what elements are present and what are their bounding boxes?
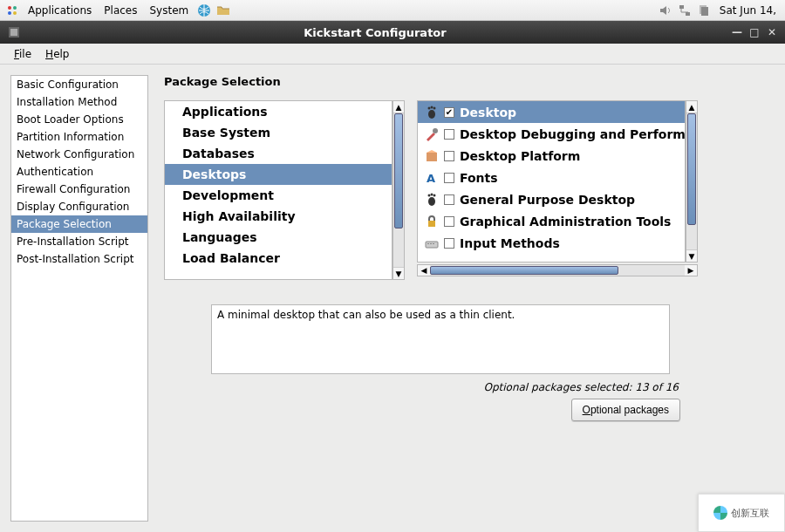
keyboard-icon [425,236,439,250]
svg-rect-25 [430,243,432,244]
sidebar-item-installation-method[interactable]: Installation Method [11,93,147,111]
package-graphical-admin[interactable]: Graphical Administration Tools [418,210,685,232]
package-desktop[interactable]: Desktop [418,101,685,123]
package-checkbox[interactable] [444,194,454,205]
package-label: General Purpose Desktop [460,193,635,207]
window-titlebar[interactable]: Kickstart Configurator — □ ✕ [0,21,785,44]
svg-rect-22 [428,221,435,227]
scroll-left-icon[interactable]: ◀ [418,265,430,276]
category-languages[interactable]: Languages [165,227,392,248]
svg-rect-6 [686,12,690,16]
package-desktop-debugging[interactable]: Desktop Debugging and Performa [418,123,685,145]
package-desktop-platform[interactable]: Desktop Platform [418,145,685,167]
svg-point-20 [431,193,433,195]
package-checkbox[interactable] [444,151,454,161]
scroll-right-icon[interactable]: ▶ [685,265,697,276]
gnome-foot-icon [425,106,439,119]
panel-system[interactable]: System [144,4,194,17]
maximize-button[interactable]: □ [747,26,762,38]
category-load-balancer[interactable]: Load Balancer [165,248,392,269]
panel-places[interactable]: Places [99,4,142,17]
svg-point-21 [433,194,436,196]
svg-rect-8 [701,7,708,16]
menu-help[interactable]: Help [38,46,76,62]
package-label: Desktop Platform [460,149,580,163]
sidebar-item-boot-loader-options[interactable]: Boot Loader Options [11,111,147,128]
svg-rect-5 [679,5,684,9]
minimize-button[interactable]: — [729,26,745,38]
package-vscrollbar[interactable]: ▲ ▼ [686,100,698,263]
close-button[interactable]: ✕ [764,26,780,38]
package-fonts[interactable]: A Fonts [418,167,685,188]
scroll-up-icon[interactable]: ▲ [686,101,697,113]
sidebar-item-display-configuration[interactable]: Display Configuration [11,198,147,215]
svg-point-18 [428,197,435,206]
svg-rect-24 [427,243,429,244]
svg-rect-23 [426,242,438,248]
package-checkbox[interactable] [444,173,454,183]
optional-count-label: Optional packages selected: 13 of 16 [164,381,775,393]
sidebar-item-basic-configuration[interactable]: Basic Configuration [11,76,147,93]
category-list[interactable]: Applications Base System Databases Deskt… [164,100,392,280]
sidebar-item-pre-installation-script[interactable]: Pre-Installation Script [11,233,147,250]
svg-point-2 [8,11,11,15]
category-high-availability[interactable]: High Availability [165,206,392,227]
menu-file[interactable]: File [7,46,38,62]
scroll-up-icon[interactable]: ▲ [393,101,404,113]
panel-applications[interactable]: Applications [23,4,97,17]
sidebar-item-authentication[interactable]: Authentication [11,163,147,181]
svg-point-12 [428,106,431,109]
package-checkbox[interactable] [444,107,454,118]
sidebar-item-partition-information[interactable]: Partition Information [11,128,147,146]
optional-packages-button[interactable]: Optional packages [571,399,680,421]
network-icon[interactable] [676,2,693,19]
package-label: Graphical Administration Tools [460,215,671,228]
svg-point-15 [433,128,438,133]
category-scrollbar[interactable]: ▲ ▼ [392,100,405,280]
package-label: Desktop Debugging and Performa [460,127,686,141]
package-list[interactable]: Desktop Desktop Debugging and Performa D… [417,100,686,263]
svg-point-3 [13,11,17,15]
browser-icon[interactable] [195,2,213,19]
category-development[interactable]: Development [165,185,392,206]
category-base-system[interactable]: Base System [165,122,392,143]
category-databases[interactable]: Databases [165,143,392,164]
sidebar-item-network-configuration[interactable]: Network Configuration [11,146,147,163]
watermark-text: 创新互联 [731,507,769,520]
category-applications[interactable]: Applications [165,101,392,122]
gnome-foot-icon [425,193,439,207]
scroll-down-icon[interactable]: ▼ [686,249,697,262]
package-label: Desktop [460,106,516,119]
svg-text:A: A [427,172,435,185]
svg-point-11 [428,110,435,119]
package-checkbox[interactable] [444,129,454,140]
menubar: File Help [0,44,785,65]
page-title: Package Selection [164,75,775,88]
sidebar-item-package-selection[interactable]: Package Selection [11,215,147,233]
svg-point-19 [428,194,431,196]
window-title: Kickstart Configurator [23,26,727,39]
panel-clock[interactable]: Sat Jun 14, [714,4,782,17]
sidebar-list[interactable]: Basic Configuration Installation Method … [10,75,148,522]
folder-icon[interactable] [215,2,232,19]
package-checkbox[interactable] [444,238,454,249]
description-textbox: A minimal desktop that can also be used … [211,304,670,374]
package-input-methods[interactable]: Input Methods [418,232,685,254]
volume-icon[interactable] [657,2,674,19]
watermark: 创新互联 [698,494,785,532]
font-icon: A [425,171,439,185]
scroll-down-icon[interactable]: ▼ [393,267,404,279]
package-general-desktop[interactable]: General Purpose Desktop [418,188,685,210]
svg-rect-10 [10,29,17,36]
content-area: Package Selection Applications Base Syst… [164,75,775,522]
svg-rect-26 [433,243,434,244]
category-desktops[interactable]: Desktops [165,164,392,185]
sidebar-item-post-installation-script[interactable]: Post-Installation Script [11,250,147,268]
svg-point-14 [433,106,436,109]
package-hscrollbar[interactable]: ◀ ▶ [417,264,698,276]
sidebar-item-firewall-configuration[interactable]: Firewall Configuration [11,181,147,198]
package-box-icon [425,149,439,163]
package-checkbox[interactable] [444,216,454,227]
app-body: Basic Configuration Installation Method … [0,65,785,532]
clipboard-icon[interactable] [695,2,713,19]
